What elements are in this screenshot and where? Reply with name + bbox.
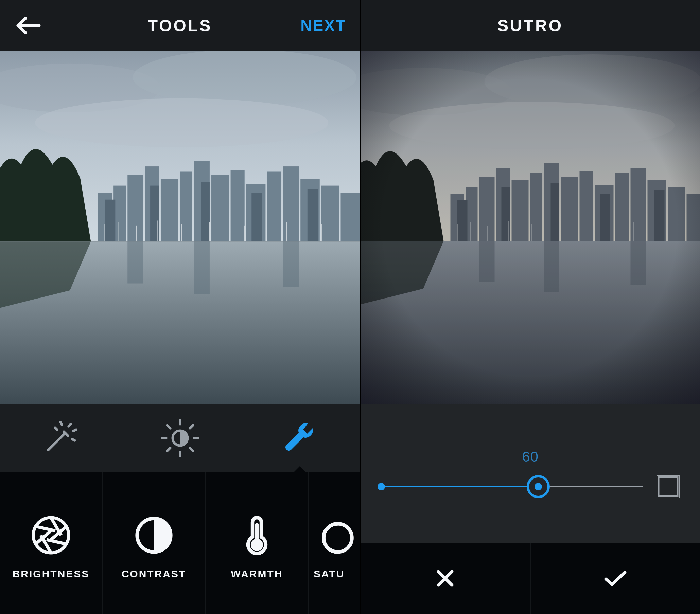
header-bar: SUTRO bbox=[361, 0, 700, 51]
back-arrow-icon bbox=[15, 16, 42, 35]
tool-brightness[interactable]: BRIGHTNESS bbox=[0, 472, 103, 614]
tools-carousel[interactable]: BRIGHTNESS CONTRAST bbox=[0, 472, 360, 614]
slider-value: 60 bbox=[522, 449, 539, 465]
filter-title: SUTRO bbox=[498, 16, 563, 35]
filter-strength-slider[interactable] bbox=[381, 476, 643, 497]
slider-thumb[interactable] bbox=[527, 475, 550, 498]
svg-rect-17 bbox=[322, 186, 339, 242]
photo-preview-filtered[interactable] bbox=[361, 51, 700, 404]
back-button[interactable] bbox=[15, 16, 42, 35]
magic-wand-icon bbox=[41, 419, 79, 457]
svg-rect-83 bbox=[657, 475, 679, 498]
frame-toggle[interactable] bbox=[657, 475, 679, 498]
svg-rect-34 bbox=[127, 241, 143, 283]
svg-rect-6 bbox=[127, 175, 143, 241]
mode-tab-exposure[interactable] bbox=[120, 419, 240, 457]
tool-label: SATU bbox=[314, 568, 345, 580]
slider-start-dot bbox=[377, 483, 385, 490]
tool-warmth[interactable]: WARMTH bbox=[206, 472, 309, 614]
wrench-icon bbox=[282, 419, 319, 457]
svg-rect-12 bbox=[231, 170, 245, 241]
mode-tab-row bbox=[0, 404, 360, 472]
tool-label: WARMTH bbox=[231, 568, 283, 580]
thermometer-icon bbox=[235, 513, 279, 557]
frame-icon bbox=[657, 475, 679, 498]
tool-label: BRIGHTNESS bbox=[13, 568, 90, 580]
tool-contrast[interactable]: CONTRAST bbox=[103, 472, 206, 614]
svg-point-38 bbox=[33, 517, 68, 553]
page-title: TOOLS bbox=[148, 16, 212, 35]
droplet-icon bbox=[316, 513, 360, 557]
svg-rect-19 bbox=[105, 200, 115, 241]
slider-fill bbox=[381, 486, 538, 487]
svg-point-3 bbox=[35, 99, 328, 148]
svg-rect-11 bbox=[211, 175, 229, 241]
svg-rect-5 bbox=[113, 186, 126, 242]
svg-rect-22 bbox=[251, 193, 262, 241]
mode-tab-caret bbox=[293, 466, 306, 472]
tool-saturation[interactable]: SATU bbox=[309, 472, 360, 614]
close-icon bbox=[434, 567, 456, 589]
svg-point-42 bbox=[324, 524, 352, 552]
svg-point-40 bbox=[251, 539, 263, 551]
confirm-button[interactable] bbox=[531, 543, 700, 614]
svg-rect-36 bbox=[283, 241, 299, 287]
exposure-icon bbox=[161, 419, 199, 457]
svg-rect-14 bbox=[267, 171, 282, 241]
svg-rect-8 bbox=[161, 179, 178, 241]
header-bar: TOOLS NEXT bbox=[0, 0, 360, 51]
mode-tab-edit[interactable] bbox=[240, 419, 360, 457]
svg-point-2 bbox=[133, 51, 357, 105]
tool-label: CONTRAST bbox=[122, 568, 187, 580]
check-icon bbox=[603, 569, 628, 588]
svg-rect-35 bbox=[194, 241, 210, 294]
svg-rect-82 bbox=[659, 477, 678, 496]
svg-rect-18 bbox=[340, 193, 360, 241]
filter-adjust-screen: SUTRO bbox=[361, 0, 700, 614]
mode-tab-lux[interactable] bbox=[0, 419, 120, 457]
photo-preview[interactable] bbox=[0, 51, 360, 404]
svg-rect-15 bbox=[283, 166, 299, 241]
cancel-button[interactable] bbox=[361, 543, 530, 614]
svg-rect-20 bbox=[150, 186, 159, 242]
aperture-icon bbox=[29, 513, 73, 557]
svg-rect-23 bbox=[308, 189, 318, 241]
tools-screen: TOOLS NEXT bbox=[0, 0, 361, 614]
svg-rect-21 bbox=[201, 182, 210, 241]
contrast-icon bbox=[132, 513, 176, 557]
filter-adjust-panel: 60 bbox=[361, 404, 700, 614]
svg-rect-41 bbox=[255, 523, 259, 541]
confirm-row bbox=[361, 543, 700, 614]
svg-rect-81 bbox=[361, 51, 700, 404]
next-button[interactable]: NEXT bbox=[300, 16, 346, 35]
